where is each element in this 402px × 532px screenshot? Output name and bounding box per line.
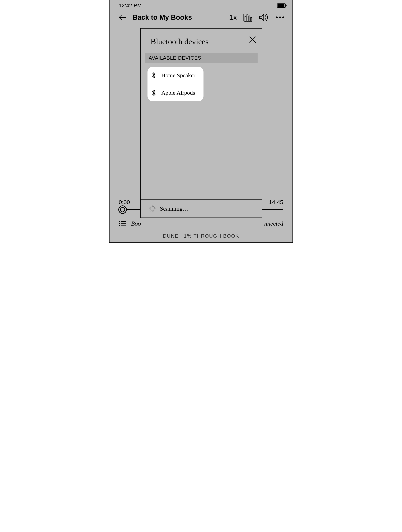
device-list: Home Speaker Apple Airpods [148, 67, 203, 101]
close-icon[interactable] [249, 36, 256, 44]
device-name: Apple Airpods [161, 89, 195, 96]
device-name: Home Speaker [161, 72, 195, 79]
svg-rect-0 [245, 17, 246, 21]
battery-icon [277, 3, 285, 8]
svg-point-6 [282, 17, 284, 18]
bluetooth-icon [152, 72, 156, 79]
svg-point-5 [279, 17, 281, 18]
svg-point-9 [119, 225, 120, 226]
dialog-footer: Scanning… [141, 199, 262, 217]
chapter-label-partial: Boo [131, 220, 141, 227]
svg-rect-1 [247, 15, 248, 21]
device-item[interactable]: Home Speaker [148, 67, 203, 84]
svg-rect-3 [251, 18, 252, 21]
device-item[interactable]: Apple Airpods [148, 84, 203, 101]
back-title[interactable]: Back to My Books [133, 13, 223, 21]
playback-speed-button[interactable]: 1x [229, 13, 237, 22]
spinner-icon [149, 205, 156, 212]
dialog-title: Bluetooth devices [150, 37, 208, 46]
svg-rect-2 [249, 16, 250, 21]
toc-icon[interactable] [119, 221, 126, 227]
bluetooth-icon [152, 89, 156, 96]
svg-point-4 [276, 17, 278, 18]
time-label: 12:42 PM [119, 2, 142, 9]
available-devices-header: AVAILABLE DEVICES [145, 53, 258, 63]
volume-icon[interactable] [259, 14, 269, 21]
more-icon[interactable] [275, 16, 285, 19]
time-elapsed: 0:00 [119, 199, 130, 205]
bluetooth-dialog: Bluetooth devices AVAILABLE DEVICES Home… [140, 28, 262, 218]
progress-thumb[interactable] [118, 205, 127, 214]
scanning-label: Scanning… [160, 205, 189, 212]
time-total: 14:45 [269, 199, 283, 205]
ereader-screen: 12:42 PM Back to My Books 1x [109, 0, 293, 243]
status-bar: 12:42 PM [110, 0, 292, 9]
equalizer-icon[interactable] [243, 13, 253, 22]
connection-label-partial: nnected [264, 220, 284, 227]
back-arrow-icon[interactable] [119, 14, 126, 21]
svg-point-8 [119, 223, 120, 224]
svg-point-7 [119, 221, 120, 222]
toolbar: Back to My Books 1x [110, 9, 292, 24]
book-progress-footer: DUNE · 1% THROUGH BOOK [110, 233, 292, 239]
